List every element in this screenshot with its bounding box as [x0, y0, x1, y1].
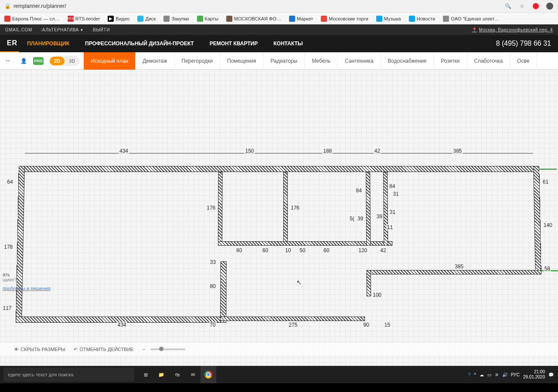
tab-rooms[interactable]: Помещения [220, 52, 263, 70]
user-bar: GMAIL.COM | АЛЬТЕРНАТИВА ▾ | ВЫЙТИ 📍Моск… [0, 24, 558, 35]
person-icon[interactable]: 👤 [17, 55, 30, 67]
dimension-label: 10 [284, 247, 292, 253]
phone-number[interactable]: 8 (495) 798 66 31 [496, 40, 558, 47]
dimension-label: 90 [362, 322, 370, 328]
pro-badge-icon[interactable]: PRO [33, 57, 44, 65]
view-toggle[interactable]: 2D 3D [50, 56, 79, 66]
dimension-label: 176 [206, 205, 216, 211]
chevron-up-icon[interactable]: ^ [474, 372, 476, 377]
view-3d-button[interactable]: 3D [65, 57, 79, 65]
floor-plan[interactable]: 434 150 188 42 385 64 178 117 61 140 58 … [16, 140, 542, 323]
pin-icon: 📍 [472, 27, 477, 32]
notifications-icon[interactable]: 💬 [548, 372, 554, 377]
dimension-label: 15 [384, 322, 391, 328]
bookmark-item[interactable]: Маркет [289, 16, 313, 22]
task-view-icon[interactable]: ⊞ [138, 366, 153, 383]
dimension-label: 150 [244, 148, 255, 154]
bookmark-item[interactable]: Закупки [163, 16, 189, 22]
dimension-label: 58 [544, 266, 551, 272]
system-tray[interactable]: ? ^ ☁ ▭ ⚞ 🔊 РУС 21:00 29.01.2020 💬 [464, 369, 558, 380]
nav-renovation[interactable]: РЕМОНТ КВАРТИР [202, 35, 266, 52]
search-placeholder: едите здесь текст для поиска [8, 372, 73, 377]
dimension-label: 178 [3, 244, 14, 250]
language-indicator[interactable]: РУС [511, 372, 520, 377]
dimension-label: 84 [388, 183, 396, 189]
bookmark-item[interactable]: Европа Плюс — сл… [4, 16, 60, 22]
dimension-label: 84 [355, 188, 362, 194]
tab-source-plan[interactable]: Исходный план [84, 52, 136, 70]
bookmarks-bar: Европа Плюс — сл… RTSRTS-tender ▶Видео Д… [0, 12, 558, 24]
tab-demolition[interactable]: Демонтаж [136, 52, 174, 70]
cloud-icon[interactable]: ☁ [480, 372, 484, 377]
file-explorer-icon[interactable]: 📁 [153, 366, 169, 383]
bookmark-item[interactable]: МОСКОВСКАЯ ФО… [226, 16, 281, 22]
nav-planner[interactable]: ПЛАНИРОВЩИК [19, 35, 77, 52]
dimension-label: 31 [389, 209, 396, 215]
help-tray-icon[interactable]: ? [468, 372, 471, 377]
bookmark-item[interactable]: Музыка [376, 16, 401, 22]
dimension-label: 176 [290, 205, 300, 211]
logo[interactable]: ER [0, 35, 19, 52]
dimension-label: 140 [543, 222, 553, 228]
dimension-label: 5( [349, 216, 355, 222]
logout-link[interactable]: ВЫЙТИ [93, 27, 110, 32]
store-icon[interactable]: 🛍 [169, 366, 185, 383]
tab-radiators[interactable]: Радиаторы [264, 52, 305, 70]
undo-button[interactable]: ↶ОТМЕНИТЬ ДЕЙСТВИЕ [74, 347, 133, 352]
chevron-down-icon: ▾ [81, 27, 83, 32]
dimension-label: 188 [322, 148, 333, 154]
dimension-label: 385 [453, 148, 463, 154]
lock-icon: 🔒 [4, 3, 11, 9]
dimension-label: 61 [542, 179, 550, 185]
wifi-icon[interactable]: ⚞ [495, 372, 499, 377]
nav-contacts[interactable]: КОНТАКТЫ [265, 35, 310, 52]
bookmark-item[interactable]: ОАО "Единая элект… [443, 16, 499, 22]
bookmark-item[interactable]: Диск [137, 16, 156, 22]
taskbar-clock[interactable]: 21:00 29.01.2020 [523, 369, 545, 380]
bookmark-item[interactable]: Новости [409, 16, 436, 22]
floor-plan-canvas[interactable]: 434 150 188 42 385 64 178 117 61 140 58 … [0, 70, 558, 366]
mail-icon[interactable]: ✉ [185, 366, 201, 383]
dimension-label: 120 [357, 247, 368, 253]
bookmark-item[interactable]: Московские торги [321, 16, 368, 22]
tab-partitions[interactable]: Перегородки [175, 52, 220, 70]
alternative-dropdown[interactable]: АЛЬТЕРНАТИВА ▾ [42, 27, 83, 32]
dimension-label: 434 [116, 322, 127, 328]
bookmark-item[interactable]: ▶Видео [108, 16, 129, 22]
tab-sockets[interactable]: Розетки [434, 52, 467, 70]
dimension-label: 100 [372, 292, 382, 298]
tab-low-voltage[interactable]: Слаботочка [467, 52, 510, 70]
star-icon[interactable]: ☆ [518, 2, 526, 10]
help-text-line: ать [3, 272, 51, 277]
canvas-footer: 👁СКРЫТЬ РАЗМЕРЫ ↶ОТМЕНИТЬ ДЕЙСТВИЕ − [0, 343, 558, 355]
problems-link[interactable]: проблемы и решения [3, 286, 51, 291]
hide-dimensions-button[interactable]: 👁СКРЫТЬ РАЗМЕРЫ [14, 347, 65, 352]
network-icon[interactable]: ▭ [487, 372, 491, 377]
dimension-label: 64 [6, 179, 14, 185]
zoom-out-button[interactable]: − [143, 347, 145, 352]
dimension-label: 31 [392, 191, 399, 197]
search-icon[interactable]: 🔍 [504, 2, 512, 10]
opera-icon[interactable] [532, 2, 540, 10]
volume-icon[interactable]: 🔊 [502, 372, 507, 377]
chrome-icon[interactable] [201, 366, 216, 383]
tab-water-supply[interactable]: Водоснабжение [381, 52, 434, 70]
bookmark-item[interactable]: RTSRTS-tender [68, 16, 100, 22]
dimension-label: 39 [357, 216, 364, 222]
view-2d-button[interactable]: 2D [50, 57, 65, 65]
bookmark-item[interactable]: Карты [197, 16, 218, 22]
user-email[interactable]: GMAIL.COM [5, 27, 32, 32]
dimension-label: 80 [235, 247, 243, 253]
location-link[interactable]: 📍Москва, Варсонофьевский пер. 4 [472, 27, 553, 32]
zoom-slider[interactable] [150, 348, 185, 350]
tab-lighting[interactable]: Осве [510, 52, 537, 70]
dimension-label: 33 [209, 259, 217, 265]
tab-furniture[interactable]: Мебель [305, 52, 338, 70]
dimension-label: 39 [376, 213, 383, 220]
tools-icon[interactable]: ✂ [2, 55, 14, 67]
page-url[interactable]: remplanner.ru/planner/ [14, 3, 498, 9]
tab-plumbing[interactable]: Сантехника [338, 52, 381, 70]
taskbar-search[interactable]: едите здесь текст для поиска [3, 368, 134, 382]
nav-design-project[interactable]: ПРОФЕССИОНАЛЬНЫЙ ДИЗАЙН-ПРОЕКТ [77, 35, 202, 52]
profile-avatar-icon[interactable] [546, 2, 554, 10]
